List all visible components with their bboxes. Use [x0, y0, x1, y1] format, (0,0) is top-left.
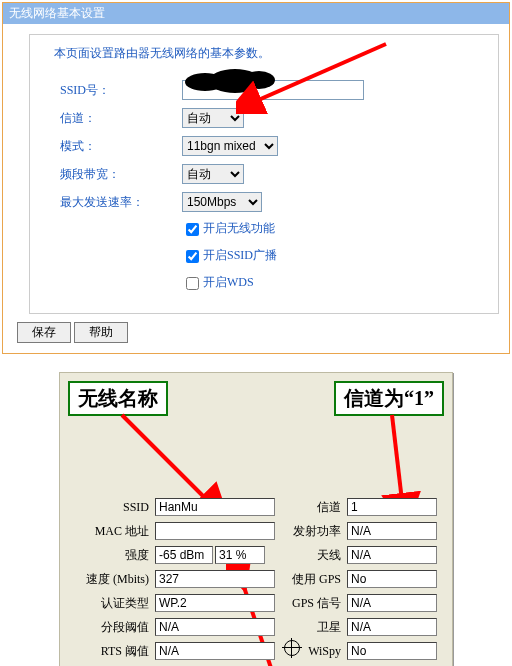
- enable-broadcast-checkbox[interactable]: [186, 250, 199, 263]
- wifi-info-table: SSID 信道 MAC 地址 发射功率 强度 天线 速度 (Mbits): [68, 495, 440, 666]
- enable-wds-label: 开启WDS: [203, 275, 254, 289]
- info-frag-label: 分段阈值: [68, 615, 152, 639]
- bandwidth-select[interactable]: 自动: [182, 164, 244, 184]
- info-channel-field[interactable]: [347, 498, 437, 516]
- maxrate-select[interactable]: 150Mbps: [182, 192, 262, 212]
- info-strength-label: 强度: [68, 543, 152, 567]
- info-wispy-label: WiSpy: [278, 639, 344, 663]
- callout-channel: 信道为“1”: [334, 381, 444, 416]
- enable-wds-row[interactable]: 开启WDS: [182, 275, 254, 289]
- ssid-label: SSID号：: [54, 76, 176, 104]
- svg-line-1: [122, 415, 208, 501]
- save-button[interactable]: 保存: [17, 322, 71, 343]
- enable-broadcast-row[interactable]: 开启SSID广播: [182, 248, 277, 262]
- info-speed-label: 速度 (Mbits): [68, 567, 152, 591]
- enable-broadcast-label: 开启SSID广播: [203, 248, 277, 262]
- info-ssid-field[interactable]: [155, 498, 275, 516]
- channel-label: 信道：: [54, 104, 176, 132]
- info-speed-field[interactable]: [155, 570, 275, 588]
- enable-wds-checkbox[interactable]: [186, 277, 199, 290]
- info-strength-pct-field[interactable]: [215, 546, 265, 564]
- bandwidth-label: 频段带宽：: [54, 160, 176, 188]
- info-txpower-label: 发射功率: [278, 519, 344, 543]
- info-mac-field[interactable]: [155, 522, 275, 540]
- info-ssid-label: SSID: [68, 495, 152, 519]
- enable-wlan-row[interactable]: 开启无线功能: [182, 221, 275, 235]
- info-gpssig-field[interactable]: [347, 594, 437, 612]
- panel-content: 本页面设置路由器无线网络的基本参数。 SSID号： 信道： 自动 模式： 11b…: [29, 34, 499, 314]
- enable-wlan-label: 开启无线功能: [203, 221, 275, 235]
- channel-select[interactable]: 自动: [182, 108, 244, 128]
- enable-wlan-checkbox[interactable]: [186, 223, 199, 236]
- info-txpower-field[interactable]: [347, 522, 437, 540]
- panel-description: 本页面设置路由器无线网络的基本参数。: [54, 45, 486, 62]
- info-antenna-field[interactable]: [347, 546, 437, 564]
- info-sat-label: 卫星: [278, 615, 344, 639]
- info-sat-field[interactable]: [347, 618, 437, 636]
- maxrate-label: 最大发送速率：: [54, 188, 176, 216]
- info-gps-field[interactable]: [347, 570, 437, 588]
- info-wispy-field[interactable]: [347, 642, 437, 660]
- info-mac-label: MAC 地址: [68, 519, 152, 543]
- info-rts-field[interactable]: [155, 642, 275, 660]
- wireless-settings-panel: 无线网络基本设置 本页面设置路由器无线网络的基本参数。 SSID号： 信道： 自…: [2, 2, 510, 354]
- ssid-input[interactable]: [182, 80, 364, 100]
- info-auth-field[interactable]: [155, 594, 275, 612]
- help-button[interactable]: 帮助: [74, 322, 128, 343]
- info-gpssig-label: GPS 信号: [278, 591, 344, 615]
- button-bar: 保存 帮助: [17, 322, 509, 343]
- mode-select[interactable]: 11bgn mixed: [182, 136, 278, 156]
- info-strength-dbm-field[interactable]: [155, 546, 213, 564]
- info-auth-label: 认证类型: [68, 591, 152, 615]
- info-channel-label: 信道: [278, 495, 344, 519]
- svg-line-2: [392, 415, 402, 501]
- settings-form: SSID号： 信道： 自动 模式： 11bgn mixed 频段带宽： 自动: [54, 76, 370, 297]
- callout-ssid: 无线名称: [68, 381, 168, 416]
- info-frag-field[interactable]: [155, 618, 275, 636]
- info-gps-label: 使用 GPS: [278, 567, 344, 591]
- info-antenna-label: 天线: [278, 543, 344, 567]
- panel-title: 无线网络基本设置: [3, 3, 509, 24]
- mode-label: 模式：: [54, 132, 176, 160]
- info-rts-label: RTS 阈值: [68, 639, 152, 663]
- wifi-info-panel: 无线名称 信道为“1” SSID 信道 MAC 地址 发射功率: [59, 372, 453, 666]
